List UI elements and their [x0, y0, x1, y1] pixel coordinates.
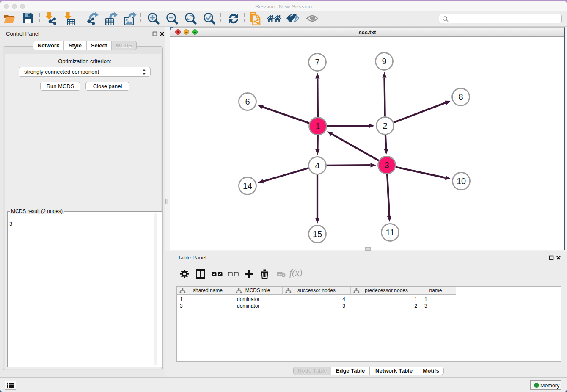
svg-text:1: 1 — [315, 121, 320, 131]
svg-text:11: 11 — [386, 228, 395, 237]
svg-text:10: 10 — [457, 177, 466, 186]
svg-text:3: 3 — [384, 160, 389, 170]
svg-text:8: 8 — [458, 92, 463, 102]
svg-text:14: 14 — [243, 181, 252, 190]
svg-text:9: 9 — [382, 57, 386, 66]
svg-text:7: 7 — [315, 58, 319, 67]
svg-text:6: 6 — [245, 97, 250, 106]
svg-text:15: 15 — [313, 229, 322, 239]
svg-text:2: 2 — [383, 121, 387, 130]
svg-text:4: 4 — [315, 161, 319, 170]
